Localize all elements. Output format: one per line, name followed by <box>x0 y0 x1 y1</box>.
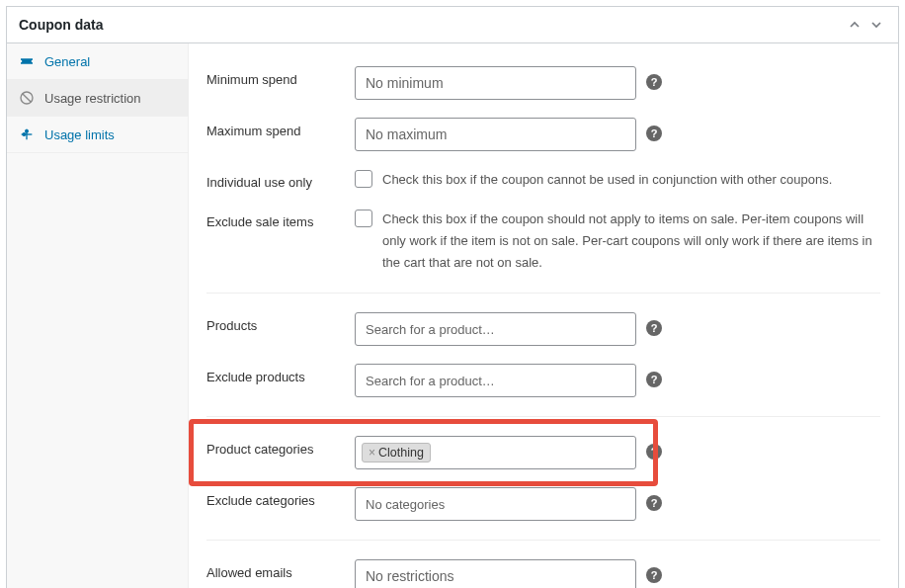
select-placeholder: Search for a product… <box>362 372 499 390</box>
field-products: Products Search for a product… ? <box>206 303 880 355</box>
field-allowed-emails: Allowed emails ? <box>206 550 880 588</box>
exclude-products-select[interactable]: Search for a product… <box>355 364 636 397</box>
panel-toggles <box>845 15 886 35</box>
field-label: Maximum spend <box>206 118 355 138</box>
help-icon[interactable]: ? <box>646 495 662 511</box>
divider <box>206 540 880 541</box>
tab-general[interactable]: General <box>7 43 188 80</box>
field-label: Products <box>206 312 355 333</box>
product-categories-select[interactable]: × Clothing <box>355 436 636 469</box>
field-product-categories: Product categories × Clothing ? <box>206 427 880 478</box>
svg-point-5 <box>26 129 29 132</box>
allowed-emails-input[interactable] <box>355 559 636 588</box>
checkbox-description: Check this box if the coupon should not … <box>382 209 880 274</box>
tab-label: Usage limits <box>44 127 115 142</box>
tag-label: Clothing <box>378 446 424 460</box>
field-maximum-spend: Maximum spend ? <box>206 109 880 160</box>
field-label: Product categories <box>206 436 355 457</box>
checkbox-description: Check this box if the coupon cannot be u… <box>382 169 832 191</box>
category-tag: × Clothing <box>362 443 431 462</box>
ticket-icon <box>19 53 35 69</box>
field-minimum-spend: Minimum spend ? <box>206 57 880 109</box>
field-exclude-categories: Exclude categories No categories ? <box>206 478 880 530</box>
field-label: Exclude sale items <box>206 209 355 229</box>
collapse-up-icon[interactable] <box>845 15 864 35</box>
content: Minimum spend ? Maximum spend ? Individu… <box>189 43 898 588</box>
sidebar: General Usage restriction Usage limits <box>7 43 189 588</box>
individual-use-checkbox[interactable] <box>355 170 372 188</box>
products-select[interactable]: Search for a product… <box>355 312 636 346</box>
collapse-down-icon[interactable] <box>866 15 886 35</box>
field-label: Individual use only <box>206 169 355 190</box>
field-exclude-products: Exclude products Search for a product… ? <box>206 355 880 406</box>
coupon-data-panel: Coupon data General Usage restriction Us… <box>6 6 899 588</box>
block-icon <box>19 90 35 106</box>
field-label: Minimum spend <box>206 66 355 87</box>
select-placeholder: No categories <box>362 495 449 514</box>
panel-title: Coupon data <box>19 17 104 33</box>
help-icon[interactable]: ? <box>646 74 662 90</box>
field-label: Exclude categories <box>206 487 355 508</box>
divider <box>206 416 880 417</box>
divider <box>206 293 880 294</box>
field-label: Exclude products <box>206 364 355 384</box>
help-icon[interactable]: ? <box>646 567 662 583</box>
tab-usage-restriction[interactable]: Usage restriction <box>7 80 188 117</box>
svg-line-1 <box>23 94 32 103</box>
minimum-spend-input[interactable] <box>355 66 636 100</box>
help-icon[interactable]: ? <box>646 320 662 336</box>
svg-point-4 <box>23 133 26 136</box>
field-exclude-sale: Exclude sale items Check this box if the… <box>206 200 880 283</box>
tab-label: General <box>44 54 90 69</box>
select-placeholder: Search for a product… <box>362 320 499 339</box>
help-icon[interactable]: ? <box>646 126 662 141</box>
field-individual-use: Individual use only Check this box if th… <box>206 160 880 200</box>
panel-body: General Usage restriction Usage limits M… <box>7 43 898 588</box>
exclude-categories-select[interactable]: No categories <box>355 487 636 521</box>
tab-usage-limits[interactable]: Usage limits <box>7 117 188 153</box>
help-icon[interactable]: ? <box>646 444 662 460</box>
panel-header: Coupon data <box>7 7 898 43</box>
tab-label: Usage restriction <box>44 91 141 106</box>
maximum-spend-input[interactable] <box>355 118 636 151</box>
remove-tag-icon[interactable]: × <box>369 446 375 460</box>
sliders-icon <box>19 126 35 142</box>
field-label: Allowed emails <box>206 559 355 580</box>
help-icon[interactable]: ? <box>646 372 662 387</box>
exclude-sale-checkbox[interactable] <box>355 210 372 227</box>
